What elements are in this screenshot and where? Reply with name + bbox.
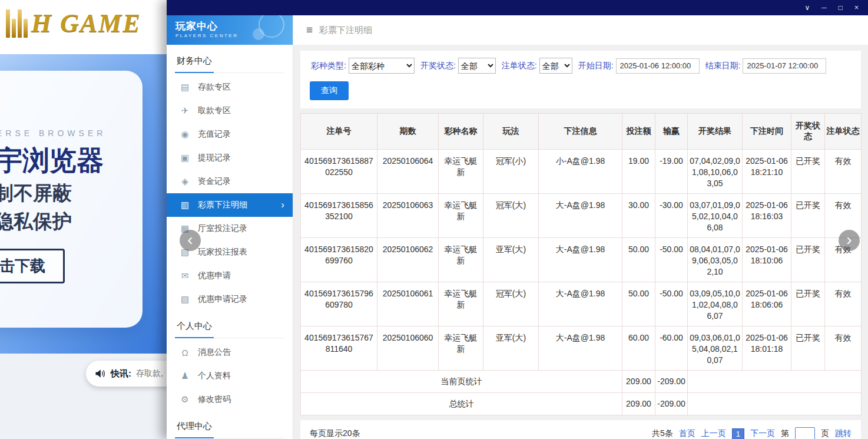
filter-panel: 彩种类型: 全部彩种 开奖状态: 全部 注单状态: 全部 [300,51,861,108]
pager-controls: 共5条 首页 上一页 1 下一页 第 页 跳转 [652,427,852,439]
sidebar-item[interactable]: ♟个人资料 [167,364,293,388]
table-cell: 08,04,01,07,09,06,03,05,02,10 [688,238,743,282]
close-button[interactable]: × [854,4,859,11]
sidebar-item-label: 优惠申请 [198,270,231,281]
table-cell: 冠军(大) [483,194,539,238]
table-cell: 03,09,05,10,01,02,04,08,06,07 [688,282,743,326]
table-cell: 2025-01-06 18:01:18 [743,326,791,371]
prev-page-link[interactable]: 上一页 [701,428,726,439]
news-text: 存取款, [136,368,163,379]
banner-kicker: ERSE BROWSER [0,128,106,138]
logo-bars-icon [6,9,28,38]
sidebar-item[interactable]: ▣提现记录 [167,146,293,170]
end-date-input[interactable] [743,58,826,74]
download-button[interactable]: 击下载 [0,249,65,283]
sidebar-item[interactable]: ◈资金记录 [167,170,293,193]
table-cell: -50.00 [655,238,688,282]
sidebar-item-label: 存款专区 [198,82,231,93]
carousel-right-arrow[interactable]: › [839,230,860,251]
section-title-text: 个人中心 [175,316,214,338]
promo-record-icon: ▨ [180,294,190,305]
table-cell: 20250106061 [377,282,439,326]
end-date-label: 结束日期: [705,61,741,71]
table-cell: 有效 [825,150,862,194]
jump-button[interactable]: 跳转 [835,428,852,439]
search-button[interactable]: 查询 [310,81,349,100]
minimize-button[interactable]: ─ [821,4,827,11]
table-cell: 401569173615887022550 [301,150,377,194]
window-controls: ∨─□× [804,4,868,11]
table-cell: 大-A盘@1.98 [539,326,622,371]
table-cell: 已开奖 [791,238,825,282]
site-header: H GAME [0,0,167,54]
table-cell: 50.00 [622,282,655,326]
menu-icon[interactable]: ≡ [306,24,313,37]
banner-tagline-1: 制不屏蔽 [0,180,72,207]
maximize-button[interactable]: □ [839,4,843,11]
banner-tagline-2: 隐私保护 [0,209,72,235]
main-content: ≡ 彩票下注明细 彩种类型: 全部彩种 开奖状态: 全部 [293,15,868,439]
current-page[interactable]: 1 [732,428,744,439]
sidebar-item-label: 充值记录 [198,129,231,140]
lottery-type-select[interactable]: 全部彩种 [349,58,415,74]
gear-icon: ⚙ [180,394,190,405]
lottery-bets-icon: ▥ [180,200,190,210]
table-cell: 有效 [825,282,862,326]
sidebar: 玩家中心 PLAYERS CENTER 财务中心▤存款专区✈取款专区◉充值记录▣… [167,15,293,439]
bets-table-card: 注单号期数彩种名称玩法下注信息投注额输赢开奖结果下注时间开奖状态注单状态 401… [300,113,861,415]
sidebar-item-label: 优惠申请记录 [198,294,247,305]
sidebar-item[interactable]: ▥彩票下注明细› [167,193,293,217]
bet-status-select[interactable]: 全部 [539,58,572,74]
sidebar-item-label: 消息公告 [198,347,231,358]
column-header: 开奖状态 [791,114,825,150]
chevron-right-icon: › [281,199,284,211]
bell-icon: Ω [180,348,190,358]
chevron-down-button[interactable]: ∨ [804,4,810,11]
table-cell: 19.00 [622,150,655,194]
jump-page-input[interactable] [795,427,815,439]
table-cell: 冠军(小) [483,150,539,194]
sidebar-item[interactable]: ⚙修改密码 [167,388,293,411]
table-cell: 幸运飞艇新 [439,194,483,238]
table-cell: 小-A盘@1.98 [539,150,622,194]
start-date-input[interactable] [616,58,700,74]
bets-table: 注单号期数彩种名称玩法下注信息投注额输赢开奖结果下注时间开奖状态注单状态 401… [300,113,862,415]
table-row: 40156917361579660978020250106061幸运飞艇新冠军(… [301,282,862,326]
sidebar-item-label: 个人资料 [198,371,231,381]
summary-row: 总统计209.00-209.00 [301,393,862,415]
total-count: 共5条 [652,428,673,439]
breadcrumb: ≡ 彩票下注明细 [293,15,868,45]
table-row: 40156917361585635210020250106063幸运飞艇新冠军(… [301,194,862,238]
site-logo: H GAME [6,9,141,38]
column-header: 投注额 [622,114,655,150]
news-label: 快讯: [111,368,131,379]
sidebar-item-label: 取款专区 [198,105,231,116]
sidebar-item[interactable]: ◉充值记录 [167,123,293,146]
sidebar-item[interactable]: ▤存款专区 [167,75,293,99]
table-cell: 401569173615767811640 [301,326,377,371]
sidebar-subtitle: PLAYERS CENTER [175,33,293,38]
summary-label: 总统计 [301,393,622,415]
sidebar-item[interactable]: ✈取款专区 [167,99,293,123]
carousel-left-arrow[interactable]: ‹ [180,230,201,251]
first-page-link[interactable]: 首页 [679,428,695,439]
table-cell: -19.00 [655,150,688,194]
funds-record-icon: ◈ [180,176,190,187]
filter-row: 彩种类型: 全部彩种 开奖状态: 全部 注单状态: 全部 [310,58,852,74]
column-header: 下注信息 [539,114,622,150]
summary-win-total: -209.00 [655,393,688,415]
sidebar-item[interactable]: ▨优惠申请记录 [167,288,293,311]
next-page-link[interactable]: 下一页 [750,428,775,439]
sidebar-item[interactable]: ✉优惠申请 [167,264,293,288]
column-header: 输赢 [655,114,688,150]
table-body: 40156917361588702255020250106064幸运飞艇新冠军(… [301,150,862,415]
table-cell: 20250106060 [377,326,439,371]
pagination-bar: 每页显示20条 共5条 首页 上一页 1 下一页 第 页 跳转 [300,420,861,439]
page-title: 彩票下注明细 [319,25,372,36]
logo-text: H GAME [31,9,141,38]
table-cell: 幸运飞艇新 [439,326,483,371]
table-cell: 大-A盘@1.98 [539,282,622,326]
table-cell: 20250106064 [377,150,439,194]
sidebar-item[interactable]: Ω消息公告 [167,341,293,364]
draw-status-select[interactable]: 全部 [458,58,496,74]
